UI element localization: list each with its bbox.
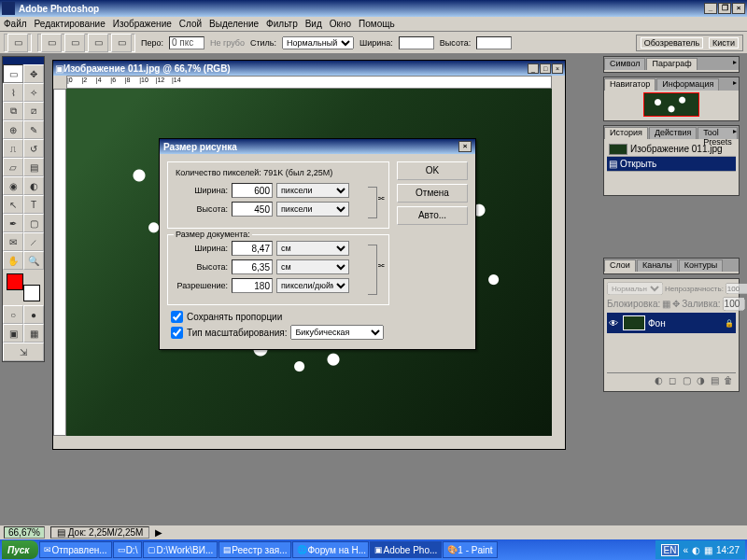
tool-preset-icon[interactable]: ▭ [7,34,28,52]
type-tool-icon[interactable]: T [23,195,44,214]
shape-tool-icon[interactable]: ▢ [23,214,44,232]
visibility-icon[interactable]: 👁 [609,318,620,329]
height-input[interactable] [476,36,512,49]
marquee-rect-icon[interactable]: ▭ [41,34,62,52]
doc-maximize-button[interactable]: □ [540,63,551,74]
cancel-button[interactable]: Отмена [397,184,468,203]
feather-input[interactable] [169,36,204,49]
eyedropper-icon[interactable]: ⟋ [23,232,44,251]
tray-icon[interactable]: « [683,545,688,555]
start-button[interactable]: Пуск [2,540,38,559]
hand-tool-icon[interactable]: ✋ [3,251,23,270]
minimize-button[interactable]: _ [704,3,717,14]
task-item[interactable]: 🎨 1 - Paint [443,541,497,558]
tab-layers[interactable]: Слои [604,259,636,272]
tab-toolpresets[interactable]: Tool Presets [698,127,738,139]
zoom-field[interactable]: 66,67% [4,526,45,539]
menu-window[interactable]: Окно [330,19,351,29]
resolution-unit[interactable]: пиксели/дюйм [276,278,349,293]
px-width-unit[interactable]: пиксели [276,183,349,198]
auto-button[interactable]: Авто... [397,206,468,225]
new-layer-icon[interactable]: ▤ [709,375,720,385]
zoom-tool-icon[interactable]: 🔍 [23,251,44,270]
status-arrow-icon[interactable]: ▶ [155,527,162,538]
style-select[interactable]: Нормальный [282,36,354,49]
menu-select[interactable]: Выделение [209,19,259,29]
tab-channels[interactable]: Каналы [637,259,678,272]
antialias-checkbox[interactable]: Не грубо [210,38,245,48]
tray-icon[interactable]: ◐ [692,545,700,555]
task-item-active[interactable]: ▣ Adobe Pho... [370,541,442,558]
tab-paths[interactable]: Контуры [679,259,723,272]
constrain-checkbox[interactable] [171,311,183,323]
history-state[interactable]: ▤ Открыть [607,157,736,172]
tab-info[interactable]: Информация [656,78,719,91]
task-item[interactable]: ▭ D:\ [113,541,143,558]
menu-help[interactable]: Помощь [359,19,395,29]
clock[interactable]: 14:27 [716,545,740,555]
doc-width-input[interactable] [232,241,273,256]
gradient-tool-icon[interactable]: ▤ [23,158,44,176]
doc-info[interactable]: ▤ Док: 2,25M/2,25M [50,526,150,539]
lasso-tool-icon[interactable]: ⌇ [3,83,23,102]
eraser-tool-icon[interactable]: ▱ [3,158,23,176]
slice-tool-icon[interactable]: ⧄ [23,102,44,120]
toolbox-grip[interactable] [3,57,44,64]
navigator-thumb[interactable] [643,92,699,117]
layer-adjust-icon[interactable]: ◑ [695,375,706,385]
ruler-horizontal[interactable]: |0 |2 |4 |6 |8 |10 |12 |14 [66,76,552,89]
color-swatch[interactable] [5,272,42,303]
ok-button[interactable]: OK [397,161,468,180]
blend-mode-select[interactable]: Нормальный [607,282,663,295]
doc-height-input[interactable] [232,259,273,274]
tab-character[interactable]: Символ [604,58,645,70]
ruler-vertical[interactable] [53,89,66,436]
lock-position-icon[interactable]: ✥ [672,299,680,309]
marquee-int-icon[interactable]: ▭ [111,34,132,52]
dodge-tool-icon[interactable]: ◐ [23,176,44,195]
task-item[interactable]: ▢ D:\Work\ВИ... [143,541,218,558]
menu-filter[interactable]: Фильтр [266,19,298,29]
menu-view[interactable]: Вид [305,19,322,29]
well-brushes[interactable]: Кисти [709,37,739,49]
screenmode-1-icon[interactable]: ▣ [3,324,23,343]
restore-button[interactable]: ❐ [718,3,731,14]
marquee-add-icon[interactable]: ▭ [64,34,85,52]
bg-color-swatch[interactable] [23,285,40,301]
stamp-tool-icon[interactable]: ⎍ [3,139,23,158]
menu-image[interactable]: Изображение [113,19,172,29]
lang-indicator[interactable]: EN [661,544,680,556]
panel-menu-icon[interactable]: ▸ [733,78,737,87]
tab-history[interactable]: История [604,127,648,139]
px-height-input[interactable] [232,202,273,217]
doc-minimize-button[interactable]: _ [528,63,539,74]
quickmask-off-icon[interactable]: ○ [3,305,23,324]
fill-input[interactable] [723,297,745,311]
resample-method-select[interactable]: Бикубическая [290,325,384,340]
move-tool-icon[interactable]: ✥ [23,64,44,83]
notes-tool-icon[interactable]: ✉ [3,232,23,251]
menu-file[interactable]: Файл [4,19,27,29]
resample-checkbox[interactable] [171,327,183,339]
tab-navigator[interactable]: Навигатор [604,78,655,91]
path-tool-icon[interactable]: ↖ [3,195,23,214]
heal-tool-icon[interactable]: ⊕ [3,120,23,139]
lock-pixels-icon[interactable]: ▦ [662,299,670,309]
brush-tool-icon[interactable]: ✎ [23,120,44,139]
tab-paragraph[interactable]: Параграф [646,58,697,70]
menu-edit[interactable]: Редактирование [35,19,106,29]
close-button[interactable]: × [732,3,745,14]
dialog-close-button[interactable]: × [458,141,472,152]
doc-close-button[interactable]: × [552,63,563,74]
layer-folder-icon[interactable]: ▢ [681,375,692,385]
quickmask-on-icon[interactable]: ● [23,305,44,324]
doc-width-unit[interactable]: см [276,241,349,256]
task-item[interactable]: 🌐 Форум на Н... [292,541,369,558]
px-width-input[interactable] [232,183,273,198]
well-browser[interactable]: Обозреватель [641,37,703,49]
task-item[interactable]: ▤ Реестр зая... [218,541,291,558]
tab-actions[interactable]: Действия [649,127,697,139]
wand-tool-icon[interactable]: ✧ [23,83,44,102]
blur-tool-icon[interactable]: ◉ [3,176,23,195]
jump-to-iready-icon[interactable]: ⇲ [3,343,44,361]
